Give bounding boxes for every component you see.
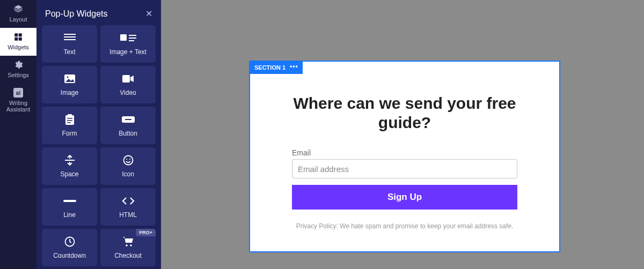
layers-icon [13,4,23,14]
widgets-grid: Text Image + Text Image Video Form [36,25,161,269]
space-icon [65,154,75,166]
widget-label: Icon [122,170,134,178]
svg-point-25 [129,159,130,160]
svg-point-23 [123,156,133,165]
svg-rect-11 [129,40,134,41]
ai-icon: ai [13,88,23,98]
nav-item-widgets[interactable]: Widgets [0,28,36,56]
svg-rect-18 [67,120,72,121]
svg-point-24 [126,159,127,160]
widget-label: Video [120,89,136,96]
nav-label: Layout [8,16,28,23]
gear-icon [13,60,23,70]
svg-rect-19 [67,122,71,123]
image-text-icon [120,32,136,44]
cart-icon [122,236,134,248]
svg-rect-21 [125,119,131,120]
svg-rect-17 [67,118,72,119]
popup-title[interactable]: Where can we send your free guide? [292,94,517,132]
widget-form[interactable]: Form [42,107,97,144]
section-tab[interactable]: SECTION 1 ••• [249,61,303,74]
svg-point-29 [130,244,132,246]
nav-label: Widgets [6,44,30,50]
nav-item-settings[interactable]: Settings [0,56,36,84]
svg-rect-10 [129,38,136,39]
widgets-icon [13,32,23,42]
svg-rect-9 [129,35,136,36]
widget-label: Form [62,130,77,137]
widget-html[interactable]: HTML [100,188,156,226]
widget-image[interactable]: Image [42,66,97,103]
nav-item-layout[interactable]: Layout [0,0,36,28]
nav-label: Writing Assistant [0,100,36,113]
svg-rect-1 [19,33,22,36]
smiley-icon [123,154,134,166]
widget-button[interactable]: Button [100,107,156,144]
widget-video[interactable]: Video [100,66,156,103]
code-icon [122,195,135,207]
widget-label: Checkout [114,252,142,259]
widget-label: Countdown [53,252,86,259]
svg-rect-0 [14,33,18,36]
clipboard-icon [65,114,74,125]
nav-item-writing-assistant[interactable]: ai Writing Assistant [0,84,36,118]
button-icon [122,114,135,125]
popup-section[interactable]: SECTION 1 ••• Where can we send your fre… [249,61,560,252]
svg-rect-2 [14,38,18,41]
canvas[interactable]: SECTION 1 ••• Where can we send your fre… [161,0,644,269]
email-label: Email [292,148,517,157]
svg-point-13 [67,77,68,78]
signup-button[interactable]: Sign Up [292,185,517,210]
image-icon [64,73,75,85]
video-icon [122,73,134,85]
widget-label: Image + Text [109,48,147,56]
text-lines-icon [64,32,76,44]
widget-label: Text [63,48,75,56]
widgets-panel: Pop-Up Widgets ✕ Text Image + Text Image [36,0,161,269]
widget-checkout[interactable]: PRO+ Checkout [100,229,156,266]
widget-label: Button [119,130,137,137]
widget-label: Line [63,211,76,219]
svg-rect-6 [64,39,76,40]
widget-label: Image [61,89,78,96]
widget-label: HTML [119,211,137,219]
nav-label: Settings [6,72,30,78]
close-icon[interactable]: ✕ [145,9,152,19]
svg-rect-8 [120,34,127,41]
widget-countdown[interactable]: Countdown [42,229,97,266]
pro-badge: PRO+ [136,229,156,236]
popup-content: Where can we send your free guide? Email… [250,62,559,230]
nav-rail: Layout Widgets Settings ai Writing Assis… [0,0,36,269]
svg-rect-14 [122,75,130,83]
svg-rect-26 [63,200,76,202]
widget-line[interactable]: Line [42,188,97,226]
widget-space[interactable]: Space [42,147,97,185]
svg-rect-4 [64,34,76,35]
section-menu-icon[interactable]: ••• [290,63,298,70]
widget-icon[interactable]: Icon [100,147,156,185]
widget-image-text[interactable]: Image + Text [100,25,156,63]
svg-rect-5 [64,36,76,38]
section-label: SECTION 1 [254,64,286,71]
svg-rect-16 [68,114,72,116]
clock-icon [64,236,75,248]
widgets-panel-header: Pop-Up Widgets ✕ [36,0,161,25]
privacy-text: Privacy Policy: We hate spam and promise… [292,222,517,230]
svg-point-28 [126,244,128,246]
widget-text[interactable]: Text [42,25,97,63]
svg-rect-3 [19,38,22,41]
email-input[interactable] [292,159,517,178]
widget-label: Space [60,170,78,178]
line-icon [63,195,76,207]
panel-title: Pop-Up Widgets [45,9,108,19]
